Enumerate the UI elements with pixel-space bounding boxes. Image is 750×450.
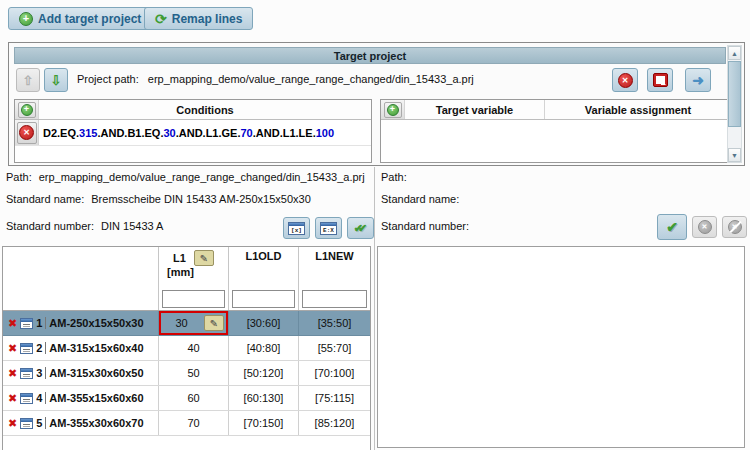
delete-row-icon[interactable]: ✖ <box>8 342 17 355</box>
l1old-header-cell[interactable]: L1OLD <box>229 247 299 287</box>
l1old-value-cell[interactable]: [50:120] <box>229 361 299 385</box>
condition-expression[interactable]: D2.EQ.315.AND.B1.EQ.30.AND.L1.GE.70.AND.… <box>39 120 371 145</box>
variable-window-icon: [x] <box>288 222 305 235</box>
row-label: AM-250x15x50x30 <box>45 317 143 329</box>
filter-label-cell <box>3 287 159 310</box>
l1old-value-cell[interactable]: [60:130] <box>229 386 299 410</box>
l1-column-name: L1 <box>173 252 186 264</box>
l1old-column-name: L1OLD <box>245 250 281 262</box>
apply-all-button[interactable]: ✔✔ <box>347 217 374 239</box>
add-condition-cell: + <box>15 100 39 119</box>
result-row[interactable]: ✖3AM-315x30x60x5050[50:120][70:100] <box>3 361 370 386</box>
add-target-project-button[interactable]: + Add target project <box>8 7 152 30</box>
l1old-value-cell[interactable]: [70:150] <box>229 411 299 435</box>
l1-value-cell[interactable]: 60 <box>159 386 229 410</box>
show-expressions-button[interactable]: E:X <box>315 217 342 239</box>
target-path-label: Path: <box>381 171 407 183</box>
l1-value: 70 <box>187 417 199 429</box>
target-variable-header: Target variable <box>405 100 545 119</box>
reject-all-button[interactable]: ✕ <box>722 216 747 238</box>
l1new-value-cell[interactable]: [70:100] <box>299 361 370 385</box>
add-condition-button[interactable]: + <box>18 102 36 118</box>
condition-row[interactable]: ✕ D2.EQ.315.AND.B1.EQ.30.AND.L1.GE.70.AN… <box>15 120 371 146</box>
l1new-value: [75:115] <box>315 392 354 404</box>
l1-header-cell[interactable]: L1 ✎ [mm] <box>159 247 229 287</box>
results-body: ✖1AM-250x15x50x3030✎[30:60][35:50]✖2AM-3… <box>3 311 370 436</box>
panel-scrollbar[interactable]: ▲ ▼ <box>727 45 742 163</box>
l1new-value-cell[interactable]: [85:120] <box>299 411 370 435</box>
condition-segment: 70 <box>241 127 253 139</box>
variable-window-icon[interactable] <box>20 393 33 404</box>
delete-condition-button[interactable]: ✕ <box>17 122 37 144</box>
l1-value-cell[interactable]: 40 <box>159 336 229 360</box>
edit-column-button[interactable]: ✎ <box>194 250 214 266</box>
l1new-filter-input[interactable] <box>302 290 367 308</box>
open-project-editor-button[interactable] <box>647 68 673 92</box>
edit-value-button[interactable]: ✎ <box>204 315 224 331</box>
pencil-icon: ✎ <box>210 318 218 329</box>
row-index: 4 <box>36 392 42 404</box>
goto-target-project-button[interactable]: ➜ <box>685 68 711 92</box>
l1-column-unit: [mm] <box>159 266 194 278</box>
scroll-up-icon[interactable]: ▲ <box>728 46 741 60</box>
result-row[interactable]: ✖4AM-355x15x60x6060[60:130][75:115] <box>3 386 370 411</box>
l1old-value: [40:80] <box>247 342 281 354</box>
confirm-button[interactable]: ✔ <box>657 214 687 240</box>
l1new-value: [35:50] <box>318 317 352 329</box>
gray-circle-x-slash-icon: ✕ <box>728 220 742 234</box>
delete-row-icon[interactable]: ✖ <box>8 392 17 405</box>
condition-segment: 100 <box>316 127 334 139</box>
reject-button[interactable]: ✕ <box>692 216 717 238</box>
add-assignment-cell: + <box>381 100 405 119</box>
result-row[interactable]: ✖1AM-250x15x50x3030✎[30:60][35:50] <box>3 311 370 336</box>
l1old-filter-input[interactable] <box>232 290 295 308</box>
l1old-value-cell[interactable]: [40:80] <box>229 336 299 360</box>
l1new-value-cell[interactable]: [35:50] <box>299 311 370 335</box>
row-label: AM-315x15x60x40 <box>45 342 143 354</box>
l1-value-cell[interactable]: 30✎ <box>159 311 229 335</box>
move-down-button[interactable]: ⇩ <box>44 68 68 92</box>
l1-value: 50 <box>187 367 199 379</box>
l1-filter-input[interactable] <box>162 290 225 308</box>
delete-row-icon[interactable]: ✖ <box>8 317 17 330</box>
l1new-value-cell[interactable]: [55:70] <box>299 336 370 360</box>
remap-lines-label: Remap lines <box>172 12 243 26</box>
add-assignment-button[interactable]: + <box>384 102 402 118</box>
variable-window-icon[interactable] <box>20 418 33 429</box>
l1old-value-cell[interactable]: [30:60] <box>229 311 299 335</box>
l1new-value-cell[interactable]: [75:115] <box>299 386 370 410</box>
scroll-thumb[interactable] <box>728 61 741 127</box>
up-arrow-icon: ⇧ <box>23 73 34 88</box>
row-index: 1 <box>36 317 42 329</box>
variable-window-icon[interactable] <box>20 343 33 354</box>
delete-row-icon[interactable]: ✖ <box>8 367 17 380</box>
row-label-cell: ✖3AM-315x30x60x50 <box>3 361 159 385</box>
results-header-row: L1 ✎ [mm] L1OLD L1NEW <box>3 247 370 287</box>
result-row[interactable]: ✖2AM-315x15x60x4040[40:80][55:70] <box>3 336 370 361</box>
result-row[interactable]: ✖5AM-355x30x60x7070[70:150][85:120] <box>3 411 370 436</box>
row-label: AM-355x30x60x70 <box>45 417 143 429</box>
l1-value-cell[interactable]: 50 <box>159 361 229 385</box>
scroll-down-icon[interactable]: ▼ <box>728 148 741 162</box>
condition-segment: D2.EQ. <box>43 127 79 139</box>
show-variable-names-button[interactable]: [x] <box>283 217 310 239</box>
delete-target-project-button[interactable]: ✕ <box>612 68 638 92</box>
condition-segment: 315 <box>79 127 97 139</box>
remap-lines-button[interactable]: ⟳ Remap lines <box>144 7 253 30</box>
delete-circle-x-icon: ✕ <box>19 125 34 140</box>
add-plus-icon: + <box>19 12 33 26</box>
target-rows-panel[interactable] <box>377 246 745 448</box>
condition-segment: .AND.L1.LE. <box>253 127 316 139</box>
l1new-header-cell[interactable]: L1NEW <box>299 247 370 287</box>
variable-window-icon[interactable] <box>20 318 33 329</box>
l1old-value: [50:120] <box>244 367 284 379</box>
project-path-line: Project path: erp_mapping_demo/value_ran… <box>77 73 474 85</box>
l1new-column-name: L1NEW <box>315 250 354 262</box>
variable-window-icon[interactable] <box>20 368 33 379</box>
move-up-button[interactable]: ⇧ <box>16 68 40 92</box>
delete-row-icon[interactable]: ✖ <box>8 417 17 430</box>
results-filter-row <box>3 287 370 311</box>
assignments-table: + Target variable Variable assignment <box>380 99 732 163</box>
l1-value-cell[interactable]: 70 <box>159 411 229 435</box>
row-index: 5 <box>36 417 42 429</box>
